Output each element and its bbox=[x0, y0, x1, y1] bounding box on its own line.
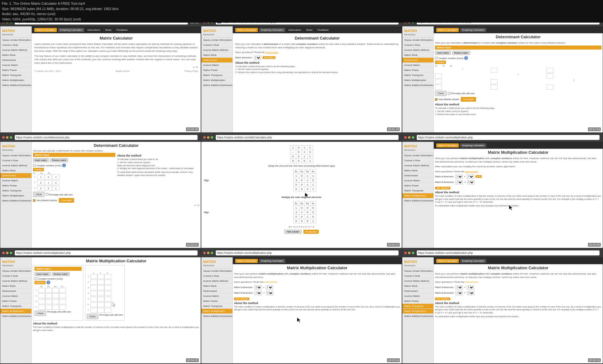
mc-3-2[interactable] bbox=[491, 85, 497, 90]
mc-2-2[interactable] bbox=[435, 79, 442, 84]
s2-mult[interactable]: Matrix Multiplication bbox=[402, 78, 433, 83]
dim-a-w-5[interactable]: 3 bbox=[455, 174, 463, 179]
a-14[interactable] bbox=[59, 288, 66, 293]
max-dot-7[interactable] bbox=[211, 252, 213, 254]
da-w-8[interactable]: 3 bbox=[455, 285, 463, 290]
s3-power[interactable]: Matrix Power bbox=[0, 183, 31, 188]
fill-cb-3[interactable] bbox=[46, 193, 48, 195]
nav-fb-1[interactable]: Feedback bbox=[316, 28, 330, 32]
s7-add[interactable]: Matrix Addition/Subtraction bbox=[201, 314, 232, 319]
sidebar-add-0[interactable]: Matrix Addition/Subtraction bbox=[0, 83, 31, 88]
dim-select-1[interactable]: 3 bbox=[254, 56, 261, 60]
s7-power[interactable]: Matrix Power bbox=[201, 299, 232, 304]
a-12[interactable] bbox=[45, 288, 52, 293]
detailed-cb-2[interactable] bbox=[435, 98, 437, 101]
min-dot-4[interactable] bbox=[207, 136, 209, 139]
insert-a-6[interactable]: Insert matrix bbox=[35, 272, 51, 276]
complex-cb-a-6[interactable] bbox=[35, 277, 37, 280]
mc-1-3[interactable] bbox=[435, 73, 442, 78]
sidebar-inverse-method-0[interactable]: Inverse Matrix Method bbox=[0, 48, 31, 53]
close-dot-7[interactable] bbox=[203, 252, 206, 254]
a-43[interactable] bbox=[52, 305, 59, 310]
max-dot-6[interactable] bbox=[10, 252, 12, 254]
b-13[interactable] bbox=[104, 274, 111, 279]
s2-rank[interactable]: Matrix Rank bbox=[402, 53, 433, 58]
sidebar-gauss-1[interactable]: Gauss-Jordan Elimination bbox=[201, 38, 232, 43]
a-33[interactable] bbox=[52, 299, 59, 304]
a-24[interactable] bbox=[59, 293, 66, 298]
mc-2-1[interactable] bbox=[546, 73, 553, 78]
inst-a-7[interactable]: instructions bbox=[264, 281, 277, 283]
s6-cramer[interactable]: Cramer's Rule bbox=[0, 274, 31, 279]
m3-33[interactable]: 1 bbox=[52, 186, 59, 191]
db-h-8[interactable]: 3 bbox=[467, 291, 475, 295]
sidebar-rank-1[interactable]: Matrix Rank bbox=[201, 53, 232, 58]
nav-feedback-0[interactable]: Feedback bbox=[115, 28, 129, 32]
s8-det[interactable]: Determinant bbox=[402, 289, 433, 294]
s2-add[interactable]: Matrix Addition/Subtraction bbox=[402, 83, 433, 88]
set-matrices-8[interactable]: Set matrices bbox=[435, 297, 450, 300]
calculate-btn-2[interactable]: Calculate bbox=[461, 97, 476, 102]
dim-b-h-5[interactable]: 3 bbox=[467, 180, 475, 185]
m3-13[interactable]: 1 bbox=[52, 174, 59, 179]
s8-gauss[interactable]: Gauss-Jordan Elimination bbox=[402, 269, 433, 274]
nav-matrix-7[interactable]: Matrix Calculator bbox=[235, 259, 258, 263]
m3-11[interactable]: 1 bbox=[37, 174, 44, 179]
b-23[interactable] bbox=[104, 280, 111, 285]
recalc-btn-4[interactable]: Recalculate bbox=[303, 230, 319, 234]
max-dot-8[interactable] bbox=[412, 252, 414, 254]
s5-trans[interactable]: Matrix Transpose bbox=[402, 188, 433, 193]
nav-instructions-0[interactable]: Instructions bbox=[85, 28, 102, 32]
nav-graph-8[interactable]: Graphing Calculator bbox=[460, 259, 486, 263]
b-33[interactable] bbox=[104, 285, 111, 290]
sidebar-mult-1[interactable]: Matrix Multiplication bbox=[201, 78, 232, 83]
mc-1-2[interactable] bbox=[546, 68, 553, 73]
min-dot-6[interactable] bbox=[6, 252, 8, 254]
complex-cb-3[interactable] bbox=[33, 164, 35, 167]
nav-news-0[interactable]: News bbox=[103, 28, 113, 32]
s5-inv-method[interactable]: Inverse Matrix Method bbox=[402, 163, 433, 168]
sidebar-cramer-0[interactable]: Cramer's Rule bbox=[0, 43, 31, 48]
close-dot-4[interactable] bbox=[203, 136, 206, 139]
sidebar-trans-1[interactable]: Matrix Transpose bbox=[201, 73, 232, 78]
s6-power[interactable]: Matrix Power bbox=[0, 299, 31, 304]
inst-a-8[interactable]: instructions bbox=[465, 281, 478, 283]
min-dot-5[interactable] bbox=[408, 136, 410, 139]
set-matrices-btn-5[interactable]: Set matrices bbox=[435, 187, 450, 190]
s7-inv[interactable]: Inverse Matrix bbox=[201, 294, 232, 299]
a-42[interactable] bbox=[45, 305, 52, 310]
nav-graph-5[interactable]: Graphing Calculator bbox=[460, 143, 486, 147]
b-52[interactable] bbox=[97, 297, 104, 302]
s3-det[interactable]: Determinant bbox=[0, 173, 31, 178]
s2-trans[interactable]: Matrix Transpose bbox=[402, 73, 433, 78]
sidebar-inv-method-1[interactable]: Inverse Matrix Method bbox=[201, 48, 232, 53]
s8-rank[interactable]: Matrix Rank bbox=[402, 284, 433, 289]
insert-btn-3[interactable]: Insert matrix bbox=[33, 158, 49, 162]
s6-mult[interactable]: Matrix Multiplication bbox=[0, 309, 31, 314]
sidebar-mult-0[interactable]: Matrix Multiplication bbox=[0, 78, 31, 83]
insert-matrix-btn-2[interactable]: Insert matrix bbox=[435, 51, 451, 55]
s5-gauss[interactable]: Gauss-Jordan Elimination bbox=[402, 153, 433, 158]
s3-mult[interactable]: Matrix Multiplication bbox=[0, 193, 31, 198]
s5-inv[interactable]: Inverse Matrix bbox=[402, 178, 433, 183]
b-43[interactable] bbox=[104, 291, 111, 296]
restore-btn-3[interactable]: Restore matrix bbox=[50, 158, 68, 162]
inst-a-5[interactable]: instructions bbox=[465, 170, 478, 173]
m3-12[interactable]: 0 bbox=[45, 174, 52, 179]
s7-cramer[interactable]: Cramer's Rule bbox=[201, 274, 232, 279]
privacy-0[interactable]: Privacy Policy bbox=[184, 70, 198, 72]
b-12[interactable] bbox=[97, 274, 104, 279]
s3-cramer[interactable]: Cramer's Rule bbox=[0, 158, 31, 163]
fraction-btn-2[interactable]: Fraction bbox=[435, 61, 446, 64]
sidebar-det-0[interactable]: Determinant bbox=[0, 58, 31, 63]
inst-link-1[interactable]: instructions bbox=[266, 51, 278, 54]
sidebar-inverse-0[interactable]: Inverse Matrix bbox=[0, 63, 31, 68]
b-51[interactable] bbox=[90, 297, 97, 302]
max-dot-3[interactable] bbox=[10, 136, 12, 139]
close-dot-5[interactable] bbox=[404, 136, 407, 139]
s5-add[interactable]: Matrix Addition/Subtraction bbox=[402, 198, 433, 203]
mc-3-1[interactable] bbox=[435, 85, 442, 90]
set-matrices-7[interactable]: Set matrices bbox=[234, 297, 249, 300]
s8-inv-method[interactable]: Inverse Matrix Method bbox=[402, 279, 433, 284]
s3-inv[interactable]: Inverse Matrix bbox=[0, 178, 31, 183]
